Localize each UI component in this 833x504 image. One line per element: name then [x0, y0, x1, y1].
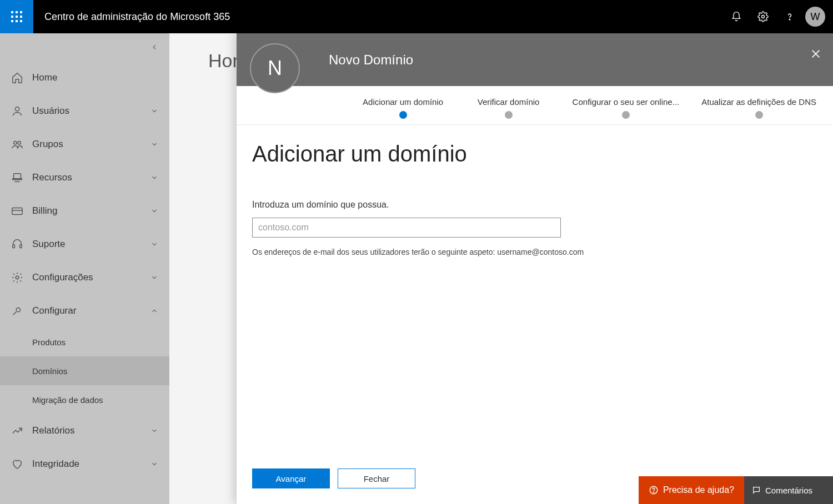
chevron-down-icon [150, 207, 158, 215]
sidebar-item-billing[interactable]: Billing [0, 194, 169, 228]
step-label: Atualizar as definições de DNS [701, 97, 816, 107]
svg-point-9 [762, 16, 765, 18]
sidebar-item-label: Configurar [32, 305, 76, 316]
svg-rect-15 [13, 179, 22, 180]
step-dot-icon [399, 111, 407, 119]
support-icon [11, 238, 23, 250]
svg-rect-1 [16, 11, 18, 13]
svg-rect-18 [13, 245, 15, 248]
chevron-down-icon [150, 427, 158, 435]
button-label: Fechar [364, 474, 390, 483]
svg-rect-5 [20, 16, 22, 18]
sidebar-collapse-button[interactable] [0, 33, 169, 61]
step-label: Adicionar um domínio [363, 97, 443, 107]
sidebar-item-label: Integridade [32, 458, 79, 470]
help-label: Precisa de ajuda? [663, 485, 734, 495]
step-add-domain[interactable]: Adicionar um domínio [362, 97, 445, 119]
sidebar-subitem-products[interactable]: Produtos [0, 327, 169, 356]
svg-point-24 [653, 492, 654, 492]
step-dot-icon [622, 111, 630, 119]
svg-rect-16 [12, 208, 22, 215]
close-icon [810, 48, 822, 60]
sidebar-item-label: Configurações [32, 272, 93, 283]
help-button[interactable] [779, 6, 801, 28]
home-icon [11, 72, 23, 84]
notifications-button[interactable] [725, 6, 747, 28]
domain-hint: Os endereços de e-mail dos seus utilizad… [252, 248, 817, 256]
sidebar-item-configurations[interactable]: Configurações [0, 261, 169, 294]
sidebar-subitem-domains[interactable]: Domínios [0, 356, 169, 385]
sidebar-item-groups[interactable]: Grupos [0, 128, 169, 161]
settings-button[interactable] [752, 6, 774, 28]
domain-avatar-circle: N [250, 43, 300, 93]
svg-point-20 [16, 276, 19, 279]
svg-point-11 [15, 107, 19, 111]
svg-rect-19 [20, 245, 22, 248]
panel-title: Novo Domínio [329, 52, 413, 68]
step-dot-icon [505, 111, 513, 119]
chevron-left-icon [150, 43, 158, 51]
sidebar-item-health[interactable]: Integridade [0, 447, 169, 481]
panel-header: N Novo Domínio [237, 33, 833, 86]
sidebar-item-home[interactable]: Home [0, 61, 169, 94]
sidebar-item-support[interactable]: Suporte [0, 228, 169, 261]
groups-icon [11, 138, 23, 150]
sidebar-item-label: Billing [32, 205, 57, 216]
step-configure-online[interactable]: Configurar o seu ser online... [573, 97, 680, 119]
sidebar-item-label: Recursos [32, 172, 72, 183]
sidebar-item-label: Usuários [32, 105, 69, 117]
topbar-actions: W [725, 6, 833, 28]
chevron-down-icon [150, 174, 158, 182]
sidebar-item-label: Relatórios [32, 425, 75, 436]
need-help-button[interactable]: Precisa de ajuda? [639, 476, 744, 504]
button-label: Avançar [276, 474, 307, 483]
sidebar-item-label: Grupos [32, 139, 63, 150]
sidebar-item-label: Home [32, 72, 57, 83]
svg-rect-6 [11, 20, 13, 22]
new-domain-panel: N Novo Domínio Adicionar um domínio Veri… [237, 33, 833, 504]
panel-heading: Adicionar um domínio [252, 142, 817, 167]
sidebar-subitem-label: Domínios [32, 366, 67, 376]
domain-initial: N [268, 57, 282, 80]
panel-body: Adicionar um domínio Introduza um domíni… [237, 125, 833, 468]
chevron-down-icon [150, 240, 158, 248]
svg-point-12 [14, 142, 17, 145]
users-icon [11, 105, 23, 117]
reports-icon [11, 425, 23, 437]
next-button[interactable]: Avançar [252, 468, 330, 488]
waffle-icon [11, 11, 22, 22]
sidebar-item-reports[interactable]: Relatórios [0, 414, 169, 447]
svg-rect-7 [16, 20, 18, 22]
gear-icon [757, 11, 769, 22]
help-icon [784, 11, 795, 22]
close-button[interactable]: Fechar [338, 468, 415, 488]
sidebar-subitem-data-migration[interactable]: Migração de dados [0, 385, 169, 414]
settings-icon [11, 271, 23, 284]
sidebar-item-resources[interactable]: Recursos [0, 161, 169, 194]
svg-rect-2 [20, 11, 22, 13]
comment-icon [752, 486, 761, 495]
app-launcher-button[interactable] [0, 0, 33, 33]
app-title: Centro de administração do Microsoft 365 [44, 11, 725, 23]
svg-rect-3 [11, 16, 13, 18]
sidebar-item-users[interactable]: Usuários [0, 94, 169, 128]
chevron-up-icon [150, 307, 158, 315]
step-verify-domain[interactable]: Verificar domínio [467, 97, 550, 119]
avatar-initial: W [811, 11, 820, 23]
svg-point-10 [789, 19, 790, 20]
resources-icon [11, 172, 23, 184]
sidebar-item-label: Suporte [32, 239, 66, 250]
configure-icon [11, 305, 23, 317]
step-dot-icon [755, 111, 763, 119]
close-panel-button[interactable] [810, 48, 822, 60]
billing-icon [11, 205, 23, 217]
wizard-steps: Adicionar um domínio Verificar domínio C… [237, 86, 833, 125]
domain-input[interactable] [252, 218, 561, 238]
sidebar-item-configure[interactable]: Configurar [0, 294, 169, 327]
step-update-dns[interactable]: Atualizar as definições de DNS [701, 97, 816, 119]
sidebar-subitem-label: Migração de dados [32, 395, 103, 405]
step-label: Verificar domínio [478, 97, 540, 107]
feedback-button[interactable]: Comentários [744, 476, 833, 504]
feedback-label: Comentários [765, 486, 812, 495]
user-avatar[interactable]: W [805, 7, 825, 27]
